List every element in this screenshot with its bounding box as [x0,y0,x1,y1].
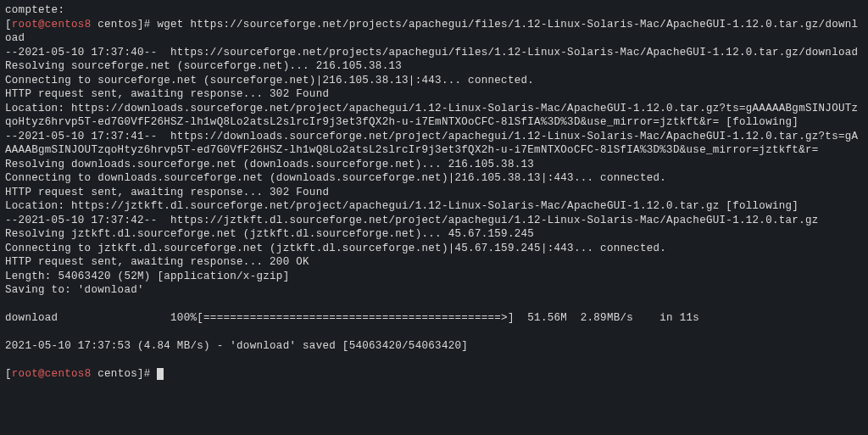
output-line: HTTP request sent, awaiting response... … [5,256,309,268]
shell-prompt: [root@centos8 centos]# [5,19,157,31]
output-line: 2021-05-10 17:37:53 (4.84 MB/s) - 'downl… [5,340,468,352]
terminal-output[interactable]: comptete: [root@centos8 centos]# wget ht… [0,0,868,385]
output-line: HTTP request sent, awaiting response... … [5,88,329,100]
output-line: HTTP request sent, awaiting response... … [5,187,329,198]
shell-prompt: [root@centos8 centos]# [5,368,157,380]
user-host: root@centos8 [12,368,92,380]
output-line: Resolving sourceforge.net (sourceforge.n… [5,60,402,72]
output-line: Saving to: 'download' [5,284,144,296]
output-line: Location: https://jztkft.dl.sourceforge.… [5,200,798,212]
output-line: Connecting to jztkft.dl.sourceforge.net … [5,243,666,254]
output-line: --2021-05-10 17:37:41-- https://download… [5,131,858,157]
user-host: root@centos8 [12,19,92,31]
partial-top-line: comptete: [5,4,64,16]
output-line: Connecting to downloads.sourceforge.net … [5,172,666,184]
cursor[interactable] [157,368,164,380]
output-line: Location: https://downloads.sourceforge.… [5,103,858,129]
output-line: --2021-05-10 17:37:42-- https://jztkft.d… [5,215,819,226]
output-line: Resolving downloads.sourceforge.net (dow… [5,159,534,170]
output-line: --2021-05-10 17:37:40-- https://sourcefo… [5,47,858,59]
output-line: Connecting to sourceforge.net (sourcefor… [5,75,534,86]
output-line: download 100%[==========================… [5,312,699,324]
output-line: Length: 54063420 (52M) [application/x-gz… [5,270,289,282]
output-line: Resolving jztkft.dl.sourceforge.net (jzt… [5,228,534,240]
